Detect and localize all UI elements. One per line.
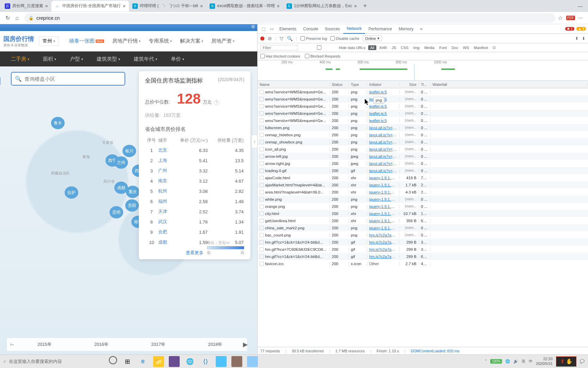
clock[interactable]: 22:20 2020/5/31 xyxy=(536,357,553,366)
rank-row[interactable]: 8武汉1.781.34 xyxy=(146,217,244,227)
device-icon[interactable]: ▭ xyxy=(268,27,275,31)
net-header[interactable]: Waterfall xyxy=(430,82,588,87)
devtools-tab[interactable]: Sources xyxy=(322,24,343,34)
chrome-icon[interactable]: 🌐 xyxy=(184,356,195,367)
filter-pill[interactable]: Font xyxy=(437,45,449,50)
close-tab-icon[interactable]: × xyxy=(123,3,126,9)
nav-item[interactable]: 解决方案 ▾ xyxy=(176,38,207,44)
map-marker[interactable]: 鲁木 xyxy=(51,117,65,129)
filter-item[interactable]: 建筑类型 ▾ xyxy=(90,56,127,62)
minimize-button[interactable]: — xyxy=(578,3,583,9)
timeline-year[interactable]: 2018年 xyxy=(187,341,244,348)
map-marker[interactable]: 银川 xyxy=(122,145,136,157)
ime-en-icon[interactable]: 英 xyxy=(522,359,525,364)
network-row[interactable]: fullscreen.png200pnglayui.all.js?v=2...(… xyxy=(258,124,588,131)
app-blue-icon[interactable] xyxy=(216,356,227,367)
network-row[interactable]: hm.gif?hca=7C60E8A32EC9CD8...200gifhm.js… xyxy=(258,246,588,253)
close-tab-icon[interactable]: × xyxy=(354,3,357,9)
filter-pill[interactable]: XHR xyxy=(377,45,389,50)
inspect-icon[interactable]: ⬚ xyxy=(260,27,267,31)
network-row[interactable]: favicon.ico200x-iconOther2.7 kB40... xyxy=(258,260,588,267)
timeline-year[interactable]: 2017年 xyxy=(130,341,187,348)
net-header[interactable]: Name xyxy=(258,82,330,87)
edge-icon[interactable]: e xyxy=(137,356,148,367)
site-logo[interactable]: 国房价行情 房协 & 禧泰数据 xyxy=(3,35,34,48)
map-marker[interactable]: 昆明 xyxy=(110,206,123,218)
error-count[interactable]: ✖ 1 xyxy=(565,27,574,31)
disable-cache-checkbox[interactable]: Disable cache xyxy=(330,36,359,41)
new-tab-button[interactable]: + xyxy=(360,2,370,10)
app-notes-icon[interactable] xyxy=(247,356,258,367)
filter-input[interactable] xyxy=(260,45,298,50)
battery-indicator[interactable]: 100% xyxy=(490,359,502,364)
filter-item[interactable]: 二手房 ▾ xyxy=(4,56,36,62)
filter-pill[interactable]: JS xyxy=(390,45,398,50)
more-tabs-icon[interactable]: » xyxy=(418,27,425,31)
network-row[interactable]: hm.gif?cc=1&ck=1&cl=24-bit&d...200gifhm.… xyxy=(258,253,588,260)
net-header[interactable]: Size xyxy=(400,82,419,87)
rank-row[interactable]: 4南京3.124.67 xyxy=(146,176,244,186)
app-brown-icon[interactable] xyxy=(231,356,242,367)
devtools-tab[interactable]: Console xyxy=(300,24,322,34)
rank-row[interactable]: 1北京6.334.35 xyxy=(146,145,244,155)
rank-row[interactable]: 6福州2.581.48 xyxy=(146,197,244,206)
network-row[interactable]: bac_count.png200pnghm.js?c2a7a3c...(mem.… xyxy=(258,231,588,239)
rank-row[interactable]: 3广州3.325.14 xyxy=(146,166,244,175)
volume-icon[interactable]: 🔊 xyxy=(513,359,518,364)
vscode-icon[interactable]: ⟨⟩ xyxy=(200,356,211,367)
filter-pill[interactable]: O xyxy=(491,45,498,50)
network-row[interactable]: onmap_showbox.png200pnglayui.all.js?v=2.… xyxy=(258,138,588,145)
map-marker[interactable]: 兰州 xyxy=(114,156,128,169)
net-header[interactable]: Type xyxy=(349,82,367,87)
timeline-year[interactable]: 2015年 xyxy=(16,341,73,348)
network-row[interactable]: arrow-left.jpg200jpeglayui.all.js?v=2...… xyxy=(258,153,588,160)
timeline[interactable]: ⊨ 2015年2016年2017年2018年 ▶ xyxy=(7,338,247,351)
map-marker[interactable]: 拉萨 xyxy=(65,186,78,199)
tray-widget[interactable]: ⬆✋ xyxy=(556,356,576,367)
clear-button[interactable]: ⊘ xyxy=(268,36,272,41)
network-row[interactable]: getUserArea.html200xhrjquery-1.9.1.m...3… xyxy=(258,217,588,224)
devtools-tab[interactable]: Elements xyxy=(276,24,300,34)
bookmark-star-icon[interactable]: ☆ xyxy=(558,15,563,21)
network-row[interactable]: hm.gif?cc=1&ck=1&cl=24-bit&d...200gifhm.… xyxy=(258,239,588,246)
cortana-circle-icon[interactable] xyxy=(109,356,117,364)
network-row[interactable]: wms?service=WMS&request=Ge...200pngleafl… xyxy=(258,95,588,103)
filter-pill[interactable]: Manifest xyxy=(472,45,490,50)
network-row[interactable]: white.png200pngjquery-1.9.1.m...(mem...0… xyxy=(258,196,588,203)
timeline-year[interactable]: 2016年 xyxy=(73,341,130,348)
taskbar-search[interactable]: ○ 在这里输入你要搜索的内容 xyxy=(0,358,102,365)
devtools-tab[interactable]: Performance xyxy=(365,24,395,34)
help-icon[interactable]: ? xyxy=(214,100,219,105)
map-side-tab[interactable]: 国 > xyxy=(0,77,0,86)
search-input[interactable] xyxy=(24,76,121,82)
filter-pill[interactable]: WS xyxy=(461,45,471,50)
network-row[interactable]: area.html?maplevel=4&lat=36.0...200xhrjq… xyxy=(258,188,588,196)
preserve-log-checkbox[interactable]: Preserve log xyxy=(300,36,327,41)
network-row[interactable]: wms?service=WMS&request=Ge...200pngleafl… xyxy=(258,103,588,110)
blocked-requests-checkbox[interactable]: Blocked Requests xyxy=(305,54,341,58)
network-row[interactable]: icon_all.png200pnglayui.all.js?v=2...(me… xyxy=(258,145,588,153)
reload-button[interactable]: ↻ xyxy=(3,15,12,21)
browser-tab[interactable]: b哔哩哔哩 ( ゜- ゜)つロ 干杯~-bili× xyxy=(129,1,206,12)
rank-row[interactable]: 7天津2.523.74 xyxy=(146,207,244,216)
rank-row[interactable]: 5杭州3.082.82 xyxy=(146,186,244,196)
city-selector[interactable]: 常州 ▾ xyxy=(39,36,59,46)
warning-count[interactable]: ▲ 4 xyxy=(576,27,586,31)
network-icon[interactable]: 🌐 xyxy=(505,359,510,364)
filter-item[interactable]: 建筑年代 ▾ xyxy=(127,56,164,62)
filter-item[interactable]: 单价 ▾ xyxy=(164,56,191,62)
pdf-badge[interactable]: PDF xyxy=(566,16,575,20)
network-row[interactable]: onmap_hidebox.png200pnglayui.all.js?v=2.… xyxy=(258,131,588,138)
hide-data-urls-checkbox[interactable]: Hide data URLs xyxy=(300,45,365,50)
filter-pill[interactable]: All xyxy=(368,45,376,50)
close-tab-icon[interactable]: × xyxy=(277,3,280,9)
network-row[interactable]: arrow-right.jpg200jpeglayui.all.js?v=2..… xyxy=(258,160,588,167)
browser-menu-icon[interactable]: ⋮ xyxy=(578,16,583,20)
rank-row[interactable]: 9合肥1.671.91 xyxy=(146,227,244,237)
network-row[interactable]: city.html200xhrjquery-1.9.1.m...10.7 kB1… xyxy=(258,210,588,217)
browser-tab[interactable]: 百房价网_百度搜索× xyxy=(1,1,51,12)
network-row[interactable]: loading-0.gif200giflayui.all.js?v=2...(m… xyxy=(258,167,588,174)
filter-pill[interactable]: Doc xyxy=(450,45,460,50)
network-row[interactable]: wms?service=WMS&request=Ge...200pngleafl… xyxy=(258,88,588,95)
browser-tab[interactable]: ⌂中国房价行情-全国房地产市场行× xyxy=(51,1,129,12)
